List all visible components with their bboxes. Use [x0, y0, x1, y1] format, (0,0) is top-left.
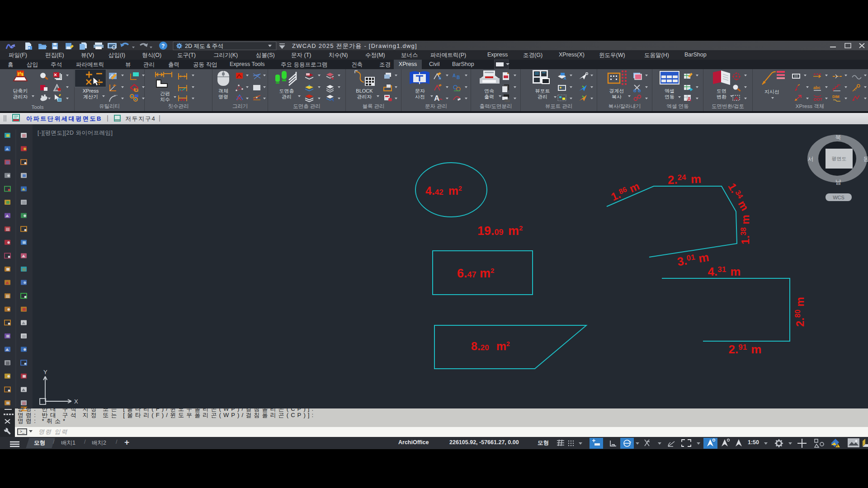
svg-text:WCS: WCS	[833, 195, 844, 200]
svg-text:2.91 m: 2.91 m	[729, 343, 762, 356]
svg-text:북: 북	[835, 134, 841, 141]
svg-text:Y: Y	[43, 369, 47, 375]
svg-text:6.47 m2: 6.47 m2	[457, 267, 494, 280]
svg-text:1.34 m: 1.34 m	[726, 181, 751, 213]
svg-text:2D 제도 & 주석: 2D 제도 & 주석	[185, 43, 223, 49]
svg-text:1.86 m: 1.86 m	[609, 180, 641, 203]
svg-text:!: !	[837, 444, 838, 448]
svg-text:남: 남	[835, 178, 841, 185]
svg-text:2.24 m: 2.24 m	[668, 172, 702, 187]
svg-text:4.42 m2: 4.42 m2	[425, 184, 462, 197]
svg-text:평면도: 평면도	[832, 156, 847, 161]
svg-text:1.38 m: 1.38 m	[739, 215, 751, 244]
svg-text:8.20 m2: 8.20 m2	[471, 340, 510, 352]
svg-text:2.80 m: 2.80 m	[794, 297, 806, 327]
svg-text:?: ?	[161, 43, 165, 49]
svg-text:4.31 m: 4.31 m	[708, 265, 741, 278]
svg-text:서: 서	[808, 155, 814, 162]
svg-text:동: 동	[863, 155, 868, 162]
svg-text:X: X	[74, 398, 78, 405]
svg-text:3.01 m: 3.01 m	[676, 250, 710, 269]
svg-text:19.09 m2: 19.09 m2	[477, 224, 523, 238]
